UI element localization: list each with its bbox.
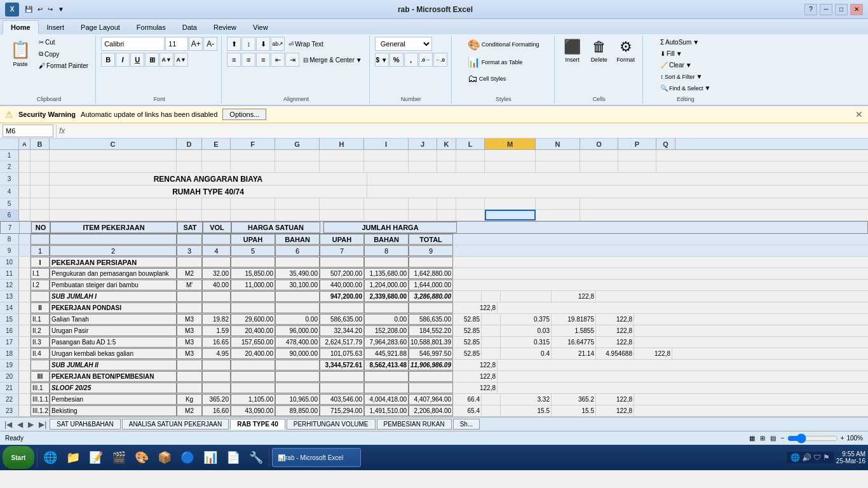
cell-M17[interactable]: 0.315 xyxy=(501,337,552,348)
cell-A23[interactable] xyxy=(19,405,31,416)
cell-no-20[interactable]: III xyxy=(31,371,50,382)
cell-no-12[interactable]: I.2 xyxy=(31,280,50,290)
cell-J23[interactable]: 2,206,804.00 xyxy=(409,405,453,416)
sort-dropdown-icon[interactable]: ▼ xyxy=(696,73,702,80)
cell-I9[interactable]: 8 xyxy=(364,245,409,256)
italic-button[interactable]: I xyxy=(116,53,130,67)
cell-J18[interactable]: 546,997.50 xyxy=(409,348,453,359)
cell-J17[interactable]: 10,588,801.39 xyxy=(409,337,453,348)
cell-G13[interactable] xyxy=(275,291,320,302)
media-icon[interactable]: 🎬 xyxy=(109,447,129,468)
cell-E22[interactable]: 365.20 xyxy=(202,394,231,405)
start-button[interactable]: Start xyxy=(3,446,34,469)
align-center-btn[interactable]: ≡ xyxy=(241,53,255,67)
tab-nav-last[interactable]: ▶| xyxy=(37,420,48,429)
cell-N19[interactable]: 122,8 xyxy=(453,360,498,370)
autosum-button[interactable]: Σ AutoSum ▼ xyxy=(657,37,702,48)
cell-no-21[interactable]: III.1 xyxy=(31,383,50,393)
cell-L15[interactable] xyxy=(482,314,501,325)
col-header-M[interactable]: M xyxy=(485,139,536,149)
sheet-tab-rab[interactable]: RAB TYPE 40 xyxy=(230,419,285,430)
cell-upah-header[interactable]: UPAH xyxy=(231,234,275,245)
cell-O18[interactable]: 4.954688 xyxy=(596,348,634,359)
cell-no-23[interactable]: III.1.2 xyxy=(31,405,50,416)
cell-K22[interactable]: 66.4 xyxy=(453,394,482,405)
cell-C6[interactable] xyxy=(50,210,177,220)
cell-J9[interactable]: 9 xyxy=(409,245,453,256)
tab-page-layout[interactable]: Page Layout xyxy=(72,20,128,34)
save-quick-btn[interactable]: 💾 xyxy=(23,5,34,13)
cell-L18[interactable] xyxy=(482,348,501,359)
cell-A17[interactable] xyxy=(19,337,31,348)
cell-D1[interactable] xyxy=(177,150,202,161)
cell-O22[interactable]: 122,8 xyxy=(596,394,634,405)
cell-I22[interactable]: 4,004,418.00 xyxy=(364,394,409,405)
col-header-D[interactable]: D xyxy=(177,139,202,149)
cell-G18[interactable]: 90,000.00 xyxy=(275,348,320,359)
cell-F22[interactable]: 1,105.00 xyxy=(231,394,275,405)
cell-D20[interactable] xyxy=(177,371,202,382)
cell-A7[interactable] xyxy=(20,222,31,233)
cell-A22[interactable] xyxy=(19,394,31,405)
increase-decimal-btn[interactable]: .0→ xyxy=(419,53,433,67)
cell-K23[interactable]: 65.4 xyxy=(453,405,482,416)
cell-J21[interactable] xyxy=(409,383,453,393)
cell-item-12[interactable]: Pembuatan steiger dari bambu xyxy=(50,280,177,290)
merge-center-button[interactable]: ⊟ Merge & Center ▼ xyxy=(300,55,365,65)
cell-I21[interactable] xyxy=(364,383,409,393)
cell-M2[interactable] xyxy=(485,161,536,172)
cell-F23[interactable]: 43,090.00 xyxy=(231,405,275,416)
cell-I10[interactable] xyxy=(364,257,409,268)
cell-D10[interactable] xyxy=(177,257,202,268)
cell-no-18[interactable]: II.4 xyxy=(31,348,50,359)
cell-D19[interactable] xyxy=(177,360,202,370)
cell-J12[interactable]: 1,644,000.00 xyxy=(409,280,453,290)
cell-J16[interactable]: 184,552.20 xyxy=(409,325,453,336)
cell-L6[interactable] xyxy=(456,210,485,220)
cell-B19[interactable] xyxy=(31,360,50,370)
col-header-N[interactable]: N xyxy=(536,139,580,149)
cell-L22[interactable] xyxy=(482,394,501,405)
cell-F21[interactable] xyxy=(231,383,275,393)
cell-J6[interactable] xyxy=(409,210,437,220)
cell-J1[interactable] xyxy=(409,150,437,161)
cell-F11[interactable]: 15,850.00 xyxy=(231,268,275,279)
col-header-I[interactable]: I xyxy=(364,139,409,149)
close-btn[interactable]: ✕ xyxy=(850,4,863,15)
cell-A16[interactable] xyxy=(19,325,31,336)
cell-M1[interactable] xyxy=(485,150,536,161)
cell-H17[interactable]: 2,624,517.79 xyxy=(320,337,364,348)
cell-O16[interactable]: 122,8 xyxy=(596,325,634,336)
customize-quick-btn[interactable]: ▼ xyxy=(56,5,66,13)
orient-btn[interactable]: ab↗ xyxy=(271,37,285,51)
cell-no-17[interactable]: II.3 xyxy=(31,337,50,348)
cell-E19[interactable] xyxy=(202,360,231,370)
cell-J5[interactable] xyxy=(409,198,437,209)
tab-review[interactable]: Review xyxy=(205,20,245,34)
cell-E12[interactable]: 40.00 xyxy=(202,280,231,290)
font-grow-btn[interactable]: A+ xyxy=(189,37,203,51)
cell-no-15[interactable]: II.1 xyxy=(31,314,50,325)
cell-O17[interactable]: 122,8 xyxy=(596,337,634,348)
col-header-A[interactable]: A xyxy=(19,139,31,149)
cell-subjumlah1-label[interactable]: SUB JUMLAH I xyxy=(50,291,177,302)
col-header-J[interactable]: J xyxy=(409,139,437,149)
cell-E13[interactable] xyxy=(202,291,231,302)
sort-filter-button[interactable]: ↕ Sort & Filter ▼ xyxy=(657,71,705,82)
folder-icon[interactable]: 📁 xyxy=(63,447,83,468)
winrar-icon[interactable]: 📦 xyxy=(154,447,175,468)
sheet-tab-sat[interactable]: SAT UPAH&BAHAN xyxy=(50,419,120,430)
increase-indent-btn[interactable]: ⇥ xyxy=(285,53,299,67)
find-select-button[interactable]: 🔍 Find & Select ▼ xyxy=(657,83,714,93)
cell-H14[interactable] xyxy=(320,302,364,313)
align-right-btn[interactable]: ≡ xyxy=(256,53,270,67)
cell-E6[interactable] xyxy=(202,210,231,220)
cell-G2[interactable] xyxy=(275,161,320,172)
cell-F15[interactable]: 29,600.00 xyxy=(231,314,275,325)
cell-M13[interactable] xyxy=(501,291,552,302)
cell-reference-box[interactable] xyxy=(3,125,53,137)
cell-D12[interactable]: M' xyxy=(177,280,202,290)
view-layout-icon[interactable]: ⊞ xyxy=(760,435,765,442)
cell-P18[interactable]: 122,8 xyxy=(634,348,672,359)
cell-vol-header[interactable]: VOL xyxy=(203,222,231,233)
